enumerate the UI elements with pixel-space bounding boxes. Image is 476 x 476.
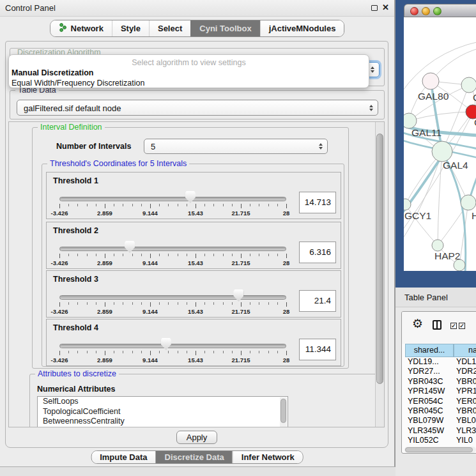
network-window: GAL80 G C GAL11 GAL4 GCY1 H HAP2 [404,4,476,272]
checkbox-icon[interactable]: ✓ [459,323,465,329]
threshold-1-slider-thumb[interactable] [185,191,196,203]
cell-shared-name[interactable]: YER054C [408,397,443,406]
cell-shared-name[interactable]: YBL079W [408,416,443,425]
tick-label: 15.43 [188,308,203,315]
node-g[interactable] [461,77,476,93]
tab-jactivemnodules[interactable]: jActiveMNodules [260,20,344,36]
number-of-intervals-combo[interactable]: 5 [144,139,328,154]
zoom-window-icon[interactable] [433,7,441,15]
table-row[interactable]: YDL19...YDL1 [405,357,476,367]
checkbox-icon[interactable]: ✓ [450,323,457,329]
dropdown-option-equal-width[interactable]: Equal Width/Frequency Discretization [12,79,144,88]
cell-name[interactable]: YBR0 [456,406,476,415]
table-row[interactable]: YBL079WYBL0 [405,416,476,426]
tick-mark [178,254,178,256]
node-gcy1[interactable] [404,199,411,210]
cell-shared-name[interactable]: YDL19... [408,357,439,366]
cell-shared-name[interactable]: YBR043C [408,377,443,386]
node-label-gcy1: GCY1 [404,210,431,221]
close-window-icon[interactable] [410,7,418,15]
threshold-3-slider-thumb[interactable] [233,289,243,302]
cell-name[interactable]: YER0 [456,397,476,406]
tab-impute-data[interactable]: Impute Data [91,451,155,463]
table-row[interactable]: YIL052CYIL0 [405,436,476,445]
cell-shared-name[interactable]: YPR145W [408,387,445,395]
numerical-attributes-list: SelfLoopsTopologicalCoefficientBetweenne… [37,396,288,427]
attribute-item[interactable]: SelfLoops [38,397,288,407]
tick-label: 21.715 [231,308,250,315]
node-hap2[interactable] [432,240,443,251]
tick-mark [141,254,142,256]
threshold-4-slider-track[interactable] [59,344,286,348]
threshold-2-slider-thumb[interactable] [125,241,135,253]
node-gal80[interactable] [422,73,439,89]
tick-label: 9.144 [142,210,158,217]
dropdown-option-manual[interactable]: Manual Discretization [12,68,94,77]
cell-name[interactable]: YDL1 [456,357,476,366]
tab-infer-network[interactable]: Infer Network [233,451,303,463]
thresholds-group-label: Threshold's Coordinates for 5 Intervals [47,159,189,168]
threshold-2-slider-track[interactable] [59,247,286,251]
cell-shared-name[interactable]: YDR27... [408,367,440,376]
cell-name[interactable]: YBL0 [456,416,476,425]
threshold-3-slider-track[interactable] [59,295,286,300]
tab-network[interactable]: Network [50,20,112,36]
threshold-4-tick-labels: -3.4262.8599.14415.4321.71528 [59,357,286,364]
tab-cyni-toolbox[interactable]: Cyni Toolbox [190,20,259,36]
table-data-combo[interactable]: galFiltered.sif default node [17,100,378,116]
network-window-titlebar[interactable] [404,4,476,17]
network-canvas[interactable]: GAL80 G C GAL11 GAL4 GCY1 H HAP2 [404,17,476,271]
dropdown-prompt: Select algorithm to view settings [9,58,369,67]
tick-label: 2.859 [97,259,112,266]
threshold-3-value-field[interactable]: 21.4 [299,290,336,312]
tick-mark [187,204,187,206]
threshold-4-slider-thumb[interactable] [161,338,171,350]
tab-discretize-data[interactable]: Discretize Data [156,451,233,463]
node-h[interactable] [461,195,476,210]
table-panel-header: Table Panel [395,288,476,307]
control-panel-titlebar: Control Panel ✕ [0,0,394,17]
tick-label: 21.715 [231,259,250,266]
column-header-name[interactable]: na [454,344,476,357]
table-row[interactable]: YBR045CYBR0 [405,406,476,416]
cell-name[interactable]: YLR3 [456,426,476,435]
column-header-shared-name[interactable]: shared... [405,344,454,357]
list-scrollbar-thumb[interactable] [280,399,286,423]
split-column-icon[interactable] [433,320,441,330]
table-row[interactable]: YDR27...YDR2 [405,367,476,376]
node-gal4[interactable] [432,141,452,162]
threshold-2-tick-labels: -3.4262.8599.14415.4321.71528 [59,259,286,266]
tick-mark [123,254,123,256]
tab-select[interactable]: Select [149,20,190,36]
tab-style[interactable]: Style [112,20,149,36]
minimize-window-icon[interactable] [422,7,430,15]
node-gal11[interactable] [404,113,417,128]
threshold-4-value-field[interactable]: 11.344 [299,339,336,360]
attribute-item[interactable]: TopologicalCoefficient [38,407,288,417]
table-row[interactable]: YBR043CYBR0 [405,377,476,387]
cell-name[interactable]: YIL0 [456,436,473,445]
tick-mark [286,254,287,258]
table-row[interactable]: YLR345WYLR3 [405,426,476,436]
gear-icon[interactable]: ⚙ [412,316,423,330]
table-hscrollbar-thumb[interactable] [405,447,473,452]
float-window-icon[interactable] [371,5,378,11]
threshold-1-value-field[interactable]: 14.713 [299,192,336,213]
cell-shared-name[interactable]: YBR045C [408,406,443,415]
apply-button[interactable]: Apply [176,431,217,444]
threshold-1-slider-track[interactable] [59,197,286,201]
cell-shared-name[interactable]: YIL052C [408,436,439,445]
tick-mark [141,204,142,206]
table-row[interactable]: YER054CYER0 [405,397,476,406]
table-row[interactable]: YPR145WYPR1 [405,387,476,396]
threshold-2-value-field[interactable]: 6.316 [299,242,336,263]
window-title: Control Panel [5,3,56,13]
cell-name[interactable]: YPR1 [456,387,476,395]
cell-name[interactable]: YDR2 [456,367,476,376]
close-icon[interactable]: ✕ [382,3,389,12]
attribute-item[interactable]: BetweennessCentrality [38,417,288,427]
cell-name[interactable]: YBR0 [456,377,476,386]
cell-shared-name[interactable]: YLR345W [408,426,444,435]
panel-scrollbar-thumb[interactable] [376,134,383,384]
node-label-gal80: GAL80 [418,91,449,102]
